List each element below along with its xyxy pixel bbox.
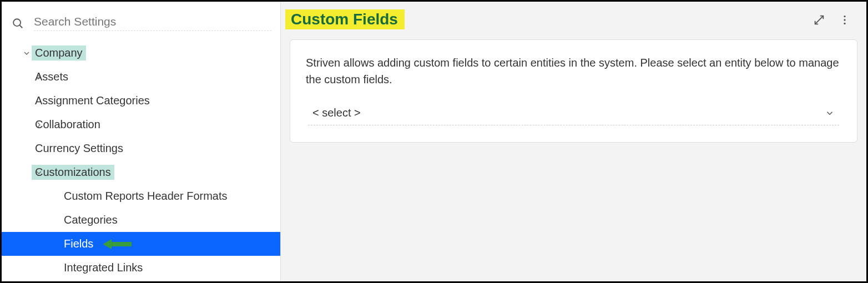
chevron-right-icon[interactable] — [34, 72, 44, 82]
svg-marker-2 — [103, 239, 132, 249]
tree-item-label: Fields — [64, 237, 93, 250]
chevron-placeholder — [51, 191, 60, 201]
search-input[interactable] — [34, 15, 271, 31]
page-title: Custom Fields — [285, 9, 405, 29]
tree-item-fields[interactable]: Fields — [2, 232, 280, 256]
tree-item-assets[interactable]: Assets — [2, 65, 280, 89]
intro-text: Striven allows adding custom fields to c… — [306, 54, 841, 88]
tree-item-label: Assignment Categories — [35, 94, 150, 107]
search-icon — [12, 17, 24, 29]
search-row — [2, 2, 280, 41]
chevron-down-icon[interactable] — [22, 48, 32, 58]
main-header: Custom Fields — [281, 2, 866, 35]
svg-line-3 — [815, 16, 824, 24]
main-content: Custom Fields Striven allows adding cust… — [280, 2, 866, 281]
more-icon[interactable] — [839, 14, 851, 26]
chevron-placeholder — [51, 263, 60, 273]
content-card: Striven allows adding custom fields to c… — [290, 39, 857, 143]
tree-item-customizations[interactable]: Customizations — [2, 160, 280, 184]
tree-item-label: Custom Reports Header Formats — [64, 190, 228, 203]
chevron-placeholder — [51, 215, 60, 225]
entity-select[interactable]: < select > — [308, 103, 839, 125]
header-actions — [813, 14, 851, 26]
settings-sidebar: CompanyAssetsAssignment CategoriesCollab… — [2, 2, 280, 281]
tree-item-currency-settings[interactable]: Currency Settings — [2, 137, 280, 160]
entity-select-label: < select > — [312, 107, 361, 119]
tree-item-assignment-categories[interactable]: Assignment Categories — [2, 89, 280, 113]
tree-item-label: Company — [32, 46, 86, 60]
tree-item-integrated-links[interactable]: Integrated Links — [2, 256, 280, 280]
tree-item-label: Categories — [64, 214, 118, 226]
tree-item-label: Collaboration — [35, 118, 100, 131]
chevron-placeholder — [34, 96, 44, 106]
tree-item-label: Currency Settings — [35, 142, 123, 155]
chevron-down-icon — [825, 108, 835, 118]
tree-item-collaboration[interactable]: Collaboration — [2, 113, 280, 137]
chevron-placeholder — [51, 239, 60, 249]
tree-item-label: Integrated Links — [64, 261, 143, 274]
chevron-down-icon[interactable] — [34, 168, 44, 178]
svg-point-5 — [844, 19, 845, 21]
svg-point-0 — [13, 19, 21, 26]
chevron-placeholder — [34, 144, 44, 154]
tree-item-company[interactable]: Company — [2, 41, 280, 65]
svg-point-6 — [844, 23, 845, 24]
svg-point-4 — [844, 16, 845, 17]
arrow-left-icon — [103, 238, 132, 250]
svg-line-1 — [20, 25, 23, 28]
chevron-right-icon[interactable] — [34, 120, 44, 130]
tree-item-categories[interactable]: Categories — [2, 208, 280, 232]
tree-item-custom-reports-header-formats[interactable]: Custom Reports Header Formats — [2, 184, 280, 208]
tree-item-label: Customizations — [32, 165, 114, 180]
settings-tree[interactable]: CompanyAssetsAssignment CategoriesCollab… — [2, 41, 280, 281]
expand-icon[interactable] — [813, 14, 825, 26]
